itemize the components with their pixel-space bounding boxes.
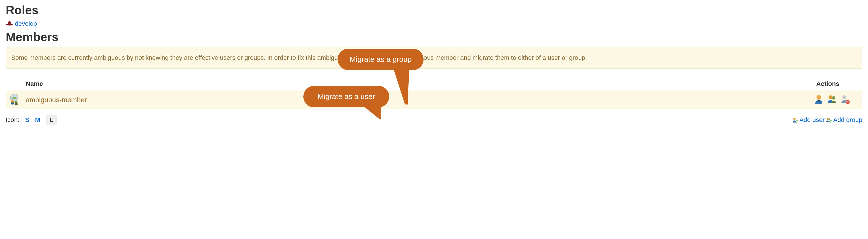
callout-migrate-user: Migrate as a user: [303, 86, 389, 107]
migrate-as-group-icon[interactable]: [827, 94, 837, 106]
svg-rect-12: [846, 101, 849, 102]
svg-point-18: [829, 119, 830, 120]
member-link[interactable]: ambiguous-member: [26, 96, 87, 103]
icon-size-selector: Icon: S M L: [6, 115, 57, 125]
callout-migrate-group: Migrate as a group: [338, 49, 424, 70]
role-entry: develop: [6, 20, 862, 28]
icon-size-m[interactable]: M: [35, 116, 40, 124]
svg-point-9: [832, 96, 835, 99]
col-name: Name: [23, 77, 494, 90]
migrate-as-user-icon[interactable]: [814, 94, 824, 106]
role-link[interactable]: develop: [15, 20, 37, 28]
svg-rect-16: [796, 121, 798, 122]
svg-point-13: [793, 118, 796, 120]
add-user-link[interactable]: Add user: [792, 116, 825, 124]
icon-size-label: Icon:: [6, 116, 20, 124]
hat-icon: [6, 20, 13, 28]
add-group-icon: [826, 117, 832, 123]
ambiguity-notice: Some members are currently ambiguous by …: [6, 47, 862, 69]
svg-point-7: [816, 95, 821, 99]
remove-member-icon[interactable]: [840, 94, 850, 106]
svg-rect-6: [14, 103, 18, 105]
table-row: ambiguous-member: [6, 90, 862, 109]
add-user-label: Add user: [799, 116, 825, 124]
add-group-label: Add group: [833, 116, 862, 124]
add-user-icon: [792, 117, 798, 123]
col-actions: Actions: [494, 77, 862, 90]
icon-size-l[interactable]: L: [46, 115, 57, 125]
svg-point-17: [827, 118, 829, 120]
svg-rect-4: [11, 102, 14, 104]
members-table: Name Actions: [6, 77, 862, 109]
ambiguous-member-icon: [8, 99, 20, 106]
add-group-link[interactable]: Add group: [826, 116, 862, 124]
icon-size-s[interactable]: S: [25, 116, 29, 124]
svg-point-8: [829, 95, 833, 99]
svg-point-10: [842, 95, 846, 99]
roles-heading: Roles: [6, 3, 862, 17]
members-heading: Members: [6, 30, 862, 44]
svg-rect-21: [830, 121, 832, 122]
